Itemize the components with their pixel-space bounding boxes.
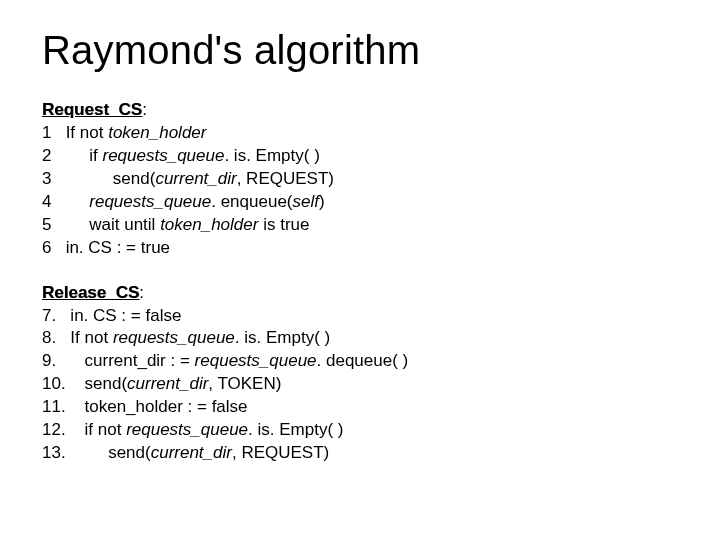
line-body: in. CS : = true <box>51 238 170 257</box>
code-line: 3 send(current_dir, REQUEST) <box>42 168 678 191</box>
request-heading-line: Request_CS: <box>42 99 678 122</box>
code-line: 6 in. CS : = true <box>42 237 678 260</box>
line-body: current_dir : = requests_queue. dequeue(… <box>56 351 408 370</box>
line-number: 9. <box>42 350 56 373</box>
code-line: 4 requests_queue. enqueue(self) <box>42 191 678 214</box>
code-line: 2 if requests_queue. is. Empty( ) <box>42 145 678 168</box>
line-body: requests_queue. enqueue(self) <box>51 192 324 211</box>
code-line: 9. current_dir : = requests_queue. deque… <box>42 350 678 373</box>
request-colon: : <box>142 100 147 119</box>
release-heading-line: Release_CS: <box>42 282 678 305</box>
line-number: 12. <box>42 419 66 442</box>
line-body: If not requests_queue. is. Empty( ) <box>56 328 330 347</box>
line-number: 8. <box>42 327 56 350</box>
release-block: Release_CS: 7. in. CS : = false8. If not… <box>42 282 678 466</box>
request-block: Request_CS: 1 If not token_holder2 if re… <box>42 99 678 260</box>
line-body: wait until token_holder is true <box>51 215 309 234</box>
line-body: if not requests_queue. is. Empty( ) <box>66 420 344 439</box>
request-lines: 1 If not token_holder2 if requests_queue… <box>42 122 678 260</box>
page-title: Raymond's algorithm <box>42 28 678 73</box>
code-line: 5 wait until token_holder is true <box>42 214 678 237</box>
line-body: token_holder : = false <box>66 397 248 416</box>
line-body: send(current_dir, REQUEST) <box>51 169 334 188</box>
code-line: 1 If not token_holder <box>42 122 678 145</box>
code-line: 8. If not requests_queue. is. Empty( ) <box>42 327 678 350</box>
code-line: 11. token_holder : = false <box>42 396 678 419</box>
code-line: 7. in. CS : = false <box>42 305 678 328</box>
release-heading: Release_CS <box>42 283 139 302</box>
slide: Raymond's algorithm Request_CS: 1 If not… <box>0 0 720 465</box>
line-body: in. CS : = false <box>56 306 181 325</box>
code-line: 10. send(current_dir, TOKEN) <box>42 373 678 396</box>
line-body: if requests_queue. is. Empty( ) <box>51 146 319 165</box>
code-line: 12. if not requests_queue. is. Empty( ) <box>42 419 678 442</box>
line-body: If not token_holder <box>51 123 206 142</box>
release-colon: : <box>139 283 144 302</box>
line-number: 7. <box>42 305 56 328</box>
line-number: 11. <box>42 396 66 419</box>
line-body: send(current_dir, TOKEN) <box>66 374 282 393</box>
request-heading: Request_CS <box>42 100 142 119</box>
line-number: 13. <box>42 442 66 465</box>
release-lines: 7. in. CS : = false8. If not requests_qu… <box>42 305 678 466</box>
line-number: 10. <box>42 373 66 396</box>
line-body: send(current_dir, REQUEST) <box>66 443 330 462</box>
code-line: 13. send(current_dir, REQUEST) <box>42 442 678 465</box>
